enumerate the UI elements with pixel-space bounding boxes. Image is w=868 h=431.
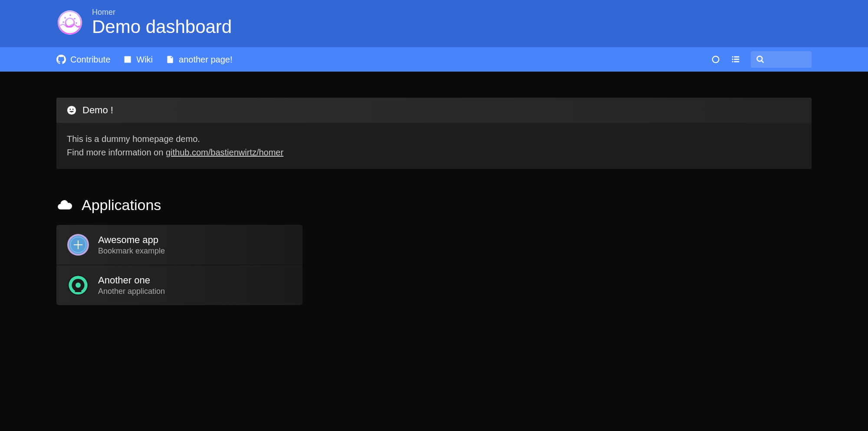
svg-point-17 bbox=[67, 106, 76, 115]
svg-point-3 bbox=[64, 17, 66, 19]
message-line: Find more information on github.com/bast… bbox=[67, 146, 801, 159]
file-icon bbox=[166, 55, 174, 64]
cloud-icon bbox=[56, 197, 73, 214]
message-link[interactable]: github.com/bastienwirtz/homer bbox=[166, 148, 283, 157]
theme-toggle-button[interactable] bbox=[711, 55, 720, 64]
search-icon bbox=[756, 55, 765, 64]
nav-link-contribute[interactable]: Contribute bbox=[56, 55, 110, 65]
message-title: Demo ! bbox=[82, 105, 113, 116]
logo-icon bbox=[56, 9, 83, 36]
github-icon bbox=[56, 55, 66, 64]
section-title-text: Applications bbox=[82, 197, 161, 214]
app-icon bbox=[67, 234, 89, 256]
app-subtitle: Bookmark example bbox=[98, 247, 165, 256]
app-card-awesome[interactable]: Awesome app Bookmark example bbox=[56, 225, 302, 265]
svg-point-4 bbox=[74, 18, 76, 20]
svg-rect-12 bbox=[734, 59, 739, 60]
svg-point-18 bbox=[69, 109, 71, 110]
app-subtitle: Another application bbox=[98, 287, 165, 296]
svg-rect-10 bbox=[734, 56, 739, 58]
layout-toggle-button[interactable] bbox=[731, 55, 740, 64]
app-card-another[interactable]: Another one Another application bbox=[56, 265, 302, 305]
app-title: Awesome app bbox=[98, 234, 165, 246]
svg-point-7 bbox=[76, 22, 77, 24]
message-line: This is a dummy homepage demo. bbox=[67, 132, 801, 146]
nav-link-label: Wiki bbox=[136, 55, 153, 65]
svg-point-0 bbox=[58, 10, 82, 35]
search-input-wrap[interactable] bbox=[751, 51, 812, 68]
app-title: Another one bbox=[98, 275, 165, 286]
app-icon bbox=[67, 274, 89, 296]
nav-link-another[interactable]: another page! bbox=[166, 55, 232, 65]
message-body: This is a dummy homepage demo. Find more… bbox=[56, 123, 812, 169]
nav-link-label: Contribute bbox=[70, 55, 110, 65]
navbar: Contribute Wiki another page! bbox=[0, 47, 868, 72]
page-title: Demo dashboard bbox=[92, 17, 232, 37]
grin-icon bbox=[67, 105, 76, 115]
svg-point-19 bbox=[72, 109, 74, 110]
nav-link-label: another page! bbox=[179, 55, 232, 65]
svg-rect-11 bbox=[732, 59, 733, 60]
message-card: Demo ! This is a dummy homepage demo. Fi… bbox=[56, 98, 812, 169]
main-header: Homer Demo dashboard bbox=[0, 0, 868, 47]
svg-point-5 bbox=[69, 14, 71, 16]
svg-rect-9 bbox=[732, 56, 733, 58]
book-icon bbox=[123, 55, 132, 64]
app-name: Homer bbox=[92, 8, 232, 17]
svg-point-6 bbox=[62, 21, 64, 23]
nav-link-wiki[interactable]: Wiki bbox=[123, 55, 153, 65]
svg-line-16 bbox=[762, 61, 763, 63]
svg-point-26 bbox=[76, 283, 81, 288]
search-input[interactable] bbox=[765, 56, 806, 63]
svg-point-8 bbox=[713, 56, 719, 63]
svg-rect-13 bbox=[732, 61, 733, 63]
svg-rect-14 bbox=[734, 61, 739, 63]
section-title: Applications bbox=[56, 197, 812, 214]
